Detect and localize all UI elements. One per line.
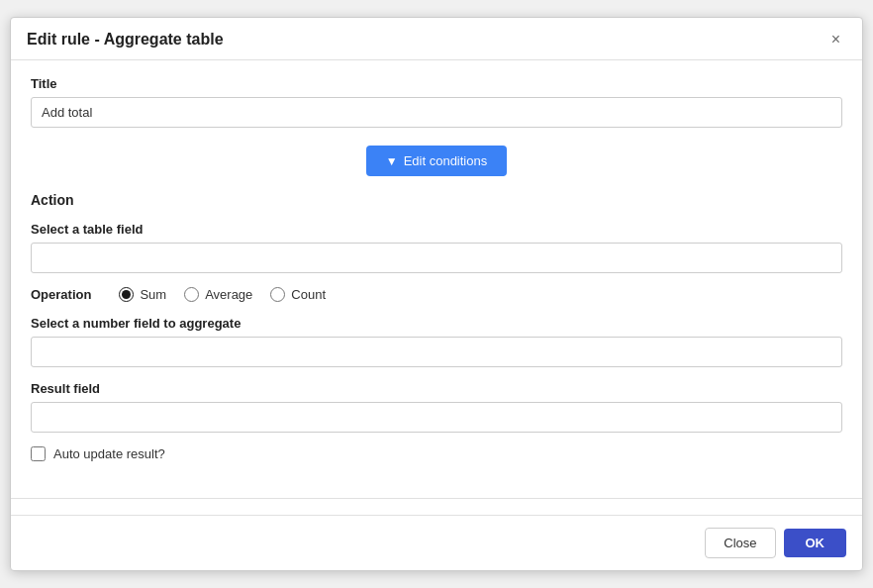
radio-count[interactable] (270, 287, 285, 302)
table-field-label: Select a table field (31, 222, 842, 237)
title-group: Title (31, 76, 842, 128)
number-field-label: Select a number field to aggregate (31, 316, 842, 331)
auto-update-row: Auto update result? (31, 446, 842, 461)
ok-button[interactable]: OK (784, 529, 847, 557)
modal-footer: Close OK (11, 515, 862, 570)
modal-close-button[interactable]: × (825, 30, 846, 49)
radio-count-label: Count (291, 287, 326, 302)
auto-update-label: Auto update result? (53, 446, 165, 461)
radio-option-sum[interactable]: Sum (119, 287, 166, 302)
title-input[interactable] (31, 97, 842, 128)
radio-option-average[interactable]: Average (184, 287, 252, 302)
edit-conditions-row: ▼ Edit conditions (31, 146, 842, 176)
result-field-input[interactable] (31, 402, 842, 433)
filter-icon: ▼ (386, 154, 398, 168)
modal-title: Edit rule - Aggregate table (27, 31, 224, 49)
action-section: Action Select a table field Operation Su… (31, 192, 842, 461)
action-title: Action (31, 192, 842, 208)
modal-body: Title ▼ Edit conditions Action Select a … (11, 60, 862, 482)
operation-radio-group: Sum Average Count (119, 287, 326, 302)
number-field-input[interactable] (31, 337, 842, 367)
radio-average-label: Average (205, 287, 252, 302)
modal-header: Edit rule - Aggregate table × (11, 18, 862, 60)
number-field-group: Select a number field to aggregate (31, 316, 842, 367)
radio-sum-label: Sum (140, 287, 166, 302)
footer-divider (11, 498, 862, 499)
edit-conditions-label: Edit conditions (404, 153, 488, 168)
table-field-group: Select a table field (31, 222, 842, 273)
result-field-label: Result field (31, 381, 842, 396)
radio-option-count[interactable]: Count (270, 287, 326, 302)
auto-update-checkbox[interactable] (31, 446, 46, 461)
operation-row: Operation Sum Average Count (31, 287, 842, 302)
title-label: Title (31, 76, 842, 91)
result-field-group: Result field (31, 381, 842, 433)
modal-overlay: Edit rule - Aggregate table × Title ▼ Ed… (0, 0, 873, 588)
operation-label: Operation (31, 287, 91, 302)
table-field-input[interactable] (31, 243, 842, 273)
radio-average[interactable] (184, 287, 199, 302)
modal-dialog: Edit rule - Aggregate table × Title ▼ Ed… (10, 17, 863, 571)
radio-sum[interactable] (119, 287, 134, 302)
close-button[interactable]: Close (705, 528, 775, 558)
edit-conditions-button[interactable]: ▼ Edit conditions (366, 146, 507, 176)
